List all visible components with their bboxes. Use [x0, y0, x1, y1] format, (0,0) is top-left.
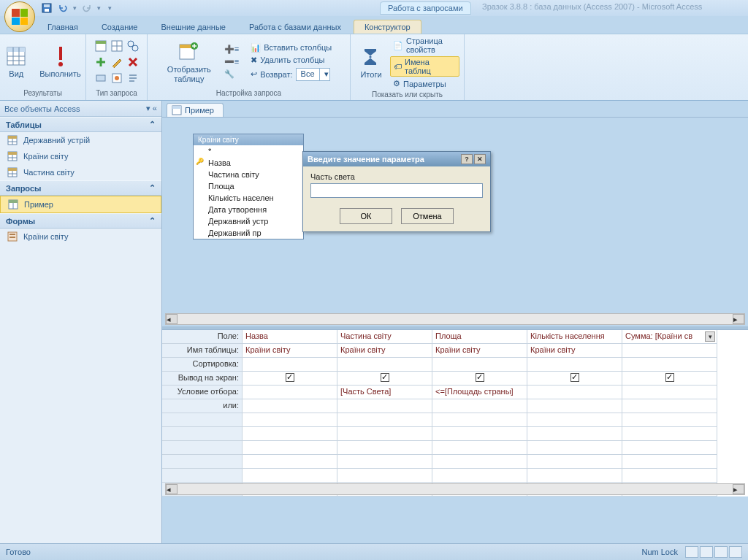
tab-external-data[interactable]: Внешние данные — [150, 20, 237, 34]
close-icon[interactable]: ✕ — [474, 154, 486, 164]
table-names-button[interactable]: 🏷Имена таблиц — [390, 56, 459, 77]
nav-item-table[interactable]: Частина світу — [0, 164, 161, 180]
document-tab[interactable]: Пример — [167, 103, 224, 117]
query-grid-pane[interactable]: Поле:НазваЧастина світуПлощаКількість на… — [162, 329, 748, 496]
grid-cell[interactable]: Країни світу — [432, 344, 527, 358]
grid-cell[interactable] — [527, 372, 622, 386]
tab-create[interactable]: Создание — [91, 20, 149, 34]
insert-rows-button[interactable]: ➕≡ — [221, 44, 242, 55]
scroll-right-icon[interactable]: ▸ — [733, 484, 744, 494]
grid-cell[interactable] — [432, 441, 527, 455]
dialog-titlebar[interactable]: Введите значение параметра ? ✕ — [303, 152, 490, 166]
table-field[interactable]: Державний пр — [194, 227, 303, 239]
grid-cell[interactable] — [622, 358, 717, 372]
delete-query-icon[interactable] — [126, 55, 140, 69]
scroll-left-icon[interactable]: ◂ — [166, 314, 178, 324]
collapse-icon[interactable]: ⌃ — [149, 216, 156, 226]
update-query-icon[interactable] — [110, 55, 124, 69]
grid-cell[interactable] — [527, 358, 622, 372]
table-field[interactable]: Державний устр — [194, 215, 303, 227]
nav-item-table[interactable]: Країни світу — [0, 148, 161, 164]
grid-cell[interactable] — [243, 413, 337, 427]
datasheet-view-icon[interactable] — [685, 546, 698, 558]
grid-cell[interactable] — [527, 386, 622, 399]
run-button[interactable]: Выполнить — [35, 43, 85, 80]
grid-cell[interactable] — [432, 413, 527, 427]
show-table-button[interactable]: Отобразить таблицу — [163, 39, 215, 84]
grid-cell[interactable] — [622, 413, 717, 427]
grid-cell[interactable] — [622, 469, 717, 483]
grid-cell[interactable] — [337, 413, 432, 427]
grid-cell[interactable]: Сумма: [Країни св▾ — [622, 330, 717, 344]
grid-cell[interactable] — [337, 455, 432, 469]
scroll-right-icon[interactable]: ▸ — [733, 314, 744, 324]
grid-cell[interactable] — [622, 386, 717, 399]
grid-cell[interactable] — [527, 427, 622, 441]
grid-cell[interactable] — [527, 469, 622, 483]
grid-cell[interactable] — [622, 399, 717, 413]
grid-cell[interactable]: [Часть Света] — [337, 386, 432, 399]
grid-cell[interactable] — [243, 455, 337, 469]
grid-cell[interactable]: Назва — [243, 330, 337, 344]
table-field[interactable]: Частина світу — [194, 169, 303, 180]
union-query-icon[interactable] — [94, 71, 108, 85]
select-query-icon[interactable] — [94, 39, 108, 53]
grid-cell[interactable]: Частина світу — [337, 330, 432, 344]
table-field[interactable]: Площа — [194, 180, 303, 192]
grid-cell[interactable] — [243, 441, 337, 455]
totals-button[interactable]: Итоги — [355, 44, 387, 80]
grid-cell[interactable] — [527, 455, 622, 469]
grid-cell[interactable] — [432, 358, 527, 372]
hscroll-upper[interactable]: ◂▸ — [165, 313, 745, 325]
grid-cell[interactable] — [337, 427, 432, 441]
help-icon[interactable]: ? — [461, 154, 473, 164]
office-button[interactable] — [4, 1, 35, 32]
show-checkbox[interactable] — [665, 373, 674, 382]
grid-cell[interactable] — [527, 441, 622, 455]
delete-columns-button[interactable]: ✖Удалить столбцы — [248, 55, 335, 66]
collapse-icon[interactable]: ⌃ — [149, 183, 156, 193]
collapse-icon[interactable]: ⌃ — [149, 120, 156, 129]
grid-cell[interactable] — [622, 372, 717, 386]
grid-cell[interactable] — [337, 358, 432, 372]
grid-cell[interactable] — [432, 399, 527, 413]
nav-item-query[interactable]: Пример — [0, 196, 161, 213]
grid-cell[interactable] — [243, 358, 337, 372]
grid-cell[interactable]: Кількість населення — [527, 330, 622, 344]
cancel-button[interactable]: Отмена — [401, 208, 454, 224]
grid-cell[interactable] — [622, 427, 717, 441]
tab-home[interactable]: Главная — [37, 20, 89, 34]
nav-group-tables[interactable]: Таблицы⌃ — [0, 117, 161, 132]
crosstab-query-icon[interactable] — [110, 39, 124, 53]
nav-item-table[interactable]: Державний устрій — [0, 132, 161, 148]
make-table-query-icon[interactable] — [126, 39, 140, 53]
grid-cell[interactable] — [432, 427, 527, 441]
grid-cell[interactable] — [622, 455, 717, 469]
view-button[interactable]: Вид — [0, 43, 32, 80]
grid-cell[interactable] — [243, 386, 337, 399]
grid-cell[interactable] — [622, 441, 717, 455]
table-field[interactable]: Дата утворення — [194, 204, 303, 215]
qat-customize-icon[interactable]: ▾ — [108, 4, 112, 12]
insert-columns-button[interactable]: 📊Вставить столбцы — [248, 42, 335, 53]
grid-cell[interactable] — [337, 372, 432, 386]
redo-icon[interactable] — [81, 2, 93, 14]
grid-cell[interactable] — [337, 441, 432, 455]
table-field[interactable]: * — [194, 145, 303, 157]
chevron-down-icon[interactable]: ▾ — [319, 69, 329, 80]
table-window[interactable]: Країни світу *НазваЧастина світуПлощаКіл… — [193, 134, 304, 239]
hscroll-grid[interactable]: ◂▸ — [165, 483, 745, 495]
delete-rows-button[interactable]: ➖≡ — [221, 56, 242, 67]
pivot-view-icon[interactable] — [700, 546, 713, 558]
parameters-button[interactable]: ⚙Параметры — [390, 78, 459, 89]
grid-cell[interactable]: Країни світу — [243, 344, 337, 358]
chevron-down-icon[interactable]: ▾ « — [146, 104, 157, 113]
show-checkbox[interactable] — [476, 373, 484, 382]
grid-cell[interactable] — [527, 413, 622, 427]
show-checkbox[interactable] — [286, 373, 294, 382]
grid-cell[interactable] — [243, 399, 337, 413]
table-field[interactable]: Назва — [194, 157, 303, 169]
grid-cell[interactable] — [243, 427, 337, 441]
nav-group-forms[interactable]: Формы⌃ — [0, 213, 161, 229]
nav-group-queries[interactable]: Запросы⌃ — [0, 180, 161, 196]
